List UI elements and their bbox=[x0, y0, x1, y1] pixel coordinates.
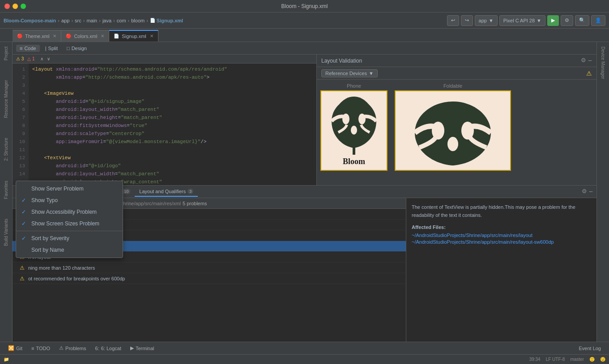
status-emoji2: 😟 bbox=[600, 357, 605, 362]
menu-divider bbox=[16, 231, 123, 231]
tab-signup-close[interactable]: ✕ bbox=[150, 34, 153, 38]
sidebar-favorites[interactable]: Favorites bbox=[3, 178, 9, 202]
close-button[interactable] bbox=[4, 4, 10, 9]
todo-icon: ≡ bbox=[31, 346, 34, 351]
top-area: ⚠ 3 △ 1 ∧ ∨ 1234567891011121314 <layout … bbox=[13, 55, 596, 185]
breadcrumb-app[interactable]: app bbox=[61, 18, 69, 23]
undo-button[interactable]: ↩ bbox=[447, 15, 459, 26]
phone-frame: Bloom bbox=[320, 90, 388, 171]
git-icon: 🔀 bbox=[8, 345, 14, 351]
device-manager-tab[interactable]: Device Manager bbox=[600, 44, 606, 82]
code-tab-button[interactable]: ≡ Code bbox=[16, 45, 40, 52]
footer-tab-terminal[interactable]: ▶ Terminal bbox=[126, 343, 159, 353]
breadcrumb-main[interactable]: main bbox=[86, 18, 97, 23]
footer-tab-git[interactable]: 🔀 Git bbox=[4, 343, 27, 353]
logcat-icon: 6: bbox=[95, 346, 99, 351]
problems-detail: The content of TextView is partially hid… bbox=[406, 198, 596, 364]
title-bar: Bloom - Signup.xml bbox=[0, 0, 609, 13]
code-editor: ⚠ 3 △ 1 ∧ ∨ 1234567891011121314 <layout … bbox=[13, 55, 317, 185]
layout-qualifiers-badge: 3 bbox=[187, 189, 193, 194]
sidebar-project[interactable]: Project bbox=[3, 44, 9, 63]
code-lines: 1234567891011121314 <layout xmlns:androi… bbox=[13, 63, 316, 185]
tab-colors-label: Colors.xml bbox=[74, 34, 97, 39]
problem-row-6[interactable]: ⚠ ning more than 120 characters bbox=[13, 262, 406, 273]
foldable-inner bbox=[396, 91, 510, 170]
layout-validation-panel: Layout Validation ⚙ − Reference Devices … bbox=[317, 55, 596, 185]
tab-theme-xml[interactable]: 🔴 Theme.xml ✕ bbox=[13, 30, 61, 42]
nav-up-button[interactable]: ∧ bbox=[40, 56, 43, 61]
toolbar-icon-3[interactable]: 👤 bbox=[591, 15, 605, 26]
check-screen-sizes: ✓ bbox=[21, 220, 28, 227]
app-dropdown[interactable]: app ▼ bbox=[475, 15, 498, 26]
menu-sort-name[interactable]: Sort by Name bbox=[16, 244, 123, 256]
breadcrumb-bloom[interactable]: bloom bbox=[131, 18, 145, 23]
design-tab-button[interactable]: □ Design bbox=[63, 45, 90, 52]
menu-show-server-problem[interactable]: Show Server Problem bbox=[16, 183, 123, 195]
breadcrumb-java[interactable]: java bbox=[102, 18, 111, 23]
sidebar-build-variants[interactable]: Build Variants bbox=[3, 216, 9, 249]
code-warning-bar: ⚠ 3 △ 1 ∧ ∨ bbox=[13, 55, 316, 63]
warning-count: ⚠ 3 bbox=[16, 56, 24, 61]
check-typo: ✓ bbox=[21, 197, 28, 203]
lv-settings-icon[interactable]: ⚙ bbox=[581, 57, 586, 65]
lv-minimize-icon[interactable]: − bbox=[588, 57, 592, 65]
device-dropdown[interactable]: Pixel C API 28 ▼ bbox=[499, 15, 545, 26]
tab-signup-xml[interactable]: 📄 Signup.xml ✕ bbox=[109, 30, 158, 42]
phone-preview: Phone bbox=[320, 83, 388, 171]
footer-tab-todo[interactable]: ≡ TODO bbox=[27, 344, 55, 353]
split-label: Split bbox=[48, 46, 58, 51]
tab-theme-close[interactable]: ✕ bbox=[53, 34, 56, 38]
breadcrumb-file[interactable]: Signup.xml bbox=[157, 18, 183, 23]
svg-rect-9 bbox=[451, 163, 454, 165]
tab-theme-icon: 🔴 bbox=[17, 34, 22, 38]
status-right: 39:34 LF UTF-8 master 🙂 😟 bbox=[529, 357, 605, 362]
redo-button[interactable]: ↪ bbox=[461, 15, 473, 26]
menu-show-screen-sizes[interactable]: ✓ Show Screen Sizes Problem bbox=[16, 218, 123, 229]
bottom-settings-icon[interactable]: ⚙ bbox=[582, 188, 587, 196]
lv-warning-icon: ⚠ bbox=[586, 70, 592, 77]
svg-point-4 bbox=[351, 126, 357, 135]
git-label: Git bbox=[16, 346, 22, 351]
minimize-button[interactable] bbox=[13, 4, 18, 9]
menu-show-accessibility[interactable]: ✓ Show Accessibility Problem bbox=[16, 206, 123, 218]
breadcrumb-src[interactable]: src bbox=[75, 18, 81, 23]
reference-devices-button[interactable]: Reference Devices ▼ bbox=[321, 69, 378, 77]
affected-file-2[interactable]: ~/AndroidStudioProjects/Shrine/app/src/m… bbox=[412, 239, 591, 245]
check-accessibility: ✓ bbox=[21, 209, 28, 215]
footer-event-log[interactable]: Event Log bbox=[574, 344, 605, 353]
tab-colors-xml[interactable]: 🔴 Colors.xml ✕ bbox=[61, 30, 109, 42]
sidebar-resource-manager[interactable]: Resource Manager bbox=[3, 77, 9, 121]
sidebar-structure[interactable]: 2: Structure bbox=[3, 135, 9, 164]
tab-layout-qualifiers[interactable]: Layout and Qualifiers 3 bbox=[135, 187, 198, 197]
status-git: 📁 bbox=[4, 357, 9, 362]
affected-file-1[interactable]: ~/AndroidStudioProjects/Shrine/app/src/m… bbox=[412, 233, 591, 238]
menu-sort-severity[interactable]: ✓ Sort by Severity bbox=[16, 233, 123, 244]
foldable-label: Foldable bbox=[443, 83, 462, 89]
toolbar-icon-2[interactable]: 🔍 bbox=[575, 15, 589, 26]
window-controls[interactable] bbox=[4, 4, 26, 9]
maximize-button[interactable] bbox=[21, 4, 26, 9]
problem-text-7: ot recommended for breakpoints over 600d… bbox=[28, 276, 125, 281]
problem-row-7[interactable]: ⚠ ot recommended for breakpoints over 60… bbox=[13, 273, 406, 284]
problems-count: 5 problems bbox=[183, 201, 207, 206]
menu-show-typo[interactable]: ✓ Show Typo bbox=[16, 195, 123, 206]
reference-devices-label: Reference Devices bbox=[325, 71, 367, 76]
run-button[interactable]: ▶ bbox=[547, 15, 559, 26]
footer-tab-problems[interactable]: ⚠ Problems bbox=[55, 343, 90, 353]
breadcrumb-project[interactable]: Bloom-Compose-main bbox=[4, 18, 56, 23]
terminal-label: Terminal bbox=[136, 346, 154, 351]
foldable-preview: Foldable bbox=[395, 83, 511, 171]
code-label: Code bbox=[24, 46, 36, 51]
foldable-monstera-leaf bbox=[401, 99, 504, 166]
nav-down-button[interactable]: ∨ bbox=[47, 56, 50, 61]
breadcrumb-com[interactable]: com bbox=[117, 18, 126, 23]
editor-toolbar: ≡ Code | Split □ Design bbox=[13, 42, 596, 55]
code-content[interactable]: <layout xmlns:android="http://schemas.an… bbox=[29, 63, 316, 185]
bottom-minimize-icon[interactable]: − bbox=[589, 188, 593, 196]
project-errors-badge: 10 bbox=[122, 189, 130, 194]
footer-tab-logcat[interactable]: 6: 6: Logcat bbox=[91, 344, 126, 353]
tab-colors-close[interactable]: ✕ bbox=[101, 34, 104, 38]
split-tab-button[interactable]: | Split bbox=[42, 45, 61, 52]
toolbar-icon-1[interactable]: ⚙ bbox=[561, 15, 573, 26]
foldable-frame bbox=[395, 90, 511, 171]
